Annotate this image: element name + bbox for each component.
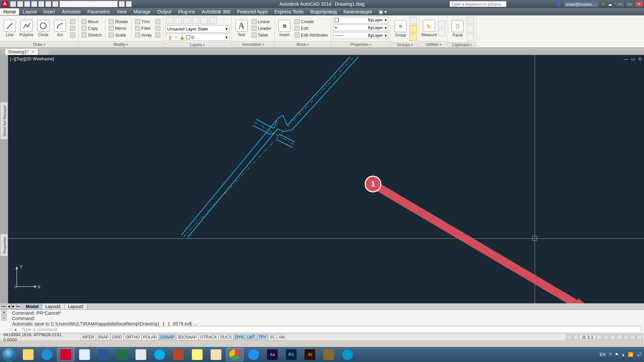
status-ducs[interactable]: DUCS xyxy=(219,334,233,340)
layer-state-dropdown[interactable]: Unsaved Layer State▾ xyxy=(166,25,229,33)
sheet-set-manager-tab[interactable]: Sheet Set Manager xyxy=(0,102,8,140)
layout-tab-layout1[interactable]: Layout1 xyxy=(42,304,65,309)
cut-icon[interactable] xyxy=(467,17,474,24)
start-button[interactable] xyxy=(0,347,19,362)
task-explorer[interactable] xyxy=(19,348,37,361)
tab-канализация[interactable]: Канализация xyxy=(340,8,375,15)
status-sc[interactable]: SC xyxy=(268,334,277,340)
layout-prev-icon[interactable]: ◀ xyxy=(6,304,11,309)
qat-redo-icon[interactable] xyxy=(52,1,58,7)
qat-extra-icon[interactable] xyxy=(119,1,125,7)
matchprop-icon[interactable] xyxy=(467,34,474,41)
lock-ui-icon[interactable] xyxy=(616,335,623,340)
trim-button[interactable]: Trim xyxy=(134,19,153,24)
layer-freeze-icon[interactable] xyxy=(192,17,199,24)
arc-button[interactable]: Arc xyxy=(52,17,68,40)
panel-utilities-title[interactable]: Utilities xyxy=(419,41,447,47)
layout-tab-layout2[interactable]: Layout2 xyxy=(65,304,87,309)
close-button[interactable]: ✕ xyxy=(635,1,643,7)
status-3dosnap[interactable]: 3DOSNAP xyxy=(176,334,199,340)
table-button[interactable]: Table xyxy=(251,32,272,38)
model-paper-icon[interactable] xyxy=(566,335,572,340)
stretch-button[interactable]: Stretch xyxy=(80,32,103,38)
task-chrome[interactable] xyxy=(226,348,244,361)
task-aftereffects[interactable]: Ae xyxy=(264,348,281,361)
measure-button[interactable]: 📐Measure xyxy=(421,17,437,40)
insert-button[interactable]: ▦Insert xyxy=(277,17,292,40)
anno-vis-icon[interactable] xyxy=(596,335,602,340)
util-extra1-icon[interactable] xyxy=(438,20,445,28)
task-word[interactable] xyxy=(95,348,112,361)
tab-express-tools[interactable]: Express Tools xyxy=(271,8,307,15)
tab-водопровод[interactable]: Водопровод xyxy=(307,8,340,15)
leader-button[interactable]: Leader xyxy=(251,25,272,31)
status-polar[interactable]: POLAR xyxy=(142,334,159,340)
qat-save-icon[interactable] xyxy=(24,1,30,7)
tray-volume-icon[interactable]: 🔊 xyxy=(637,352,642,357)
qat-saveas-icon[interactable] xyxy=(31,1,37,7)
layout-next-icon[interactable]: ▶ xyxy=(11,304,16,309)
layer-lock-icon[interactable] xyxy=(201,17,208,24)
drawing-canvas[interactable]: [‒][Top][2D Wireframe] — ▭ ✕ Y X xyxy=(8,55,644,303)
layout-last-icon[interactable]: ⏭ xyxy=(16,304,21,309)
tab-featured-apps[interactable]: Featured Apps xyxy=(234,8,271,15)
tray-help-icon[interactable]: ? xyxy=(609,352,611,357)
move-button[interactable]: Move xyxy=(80,19,103,24)
layout-first-icon[interactable]: ⏮ xyxy=(1,304,6,309)
qat-new-icon[interactable] xyxy=(10,1,16,7)
qat-open-icon[interactable] xyxy=(17,1,23,7)
status-tpy[interactable]: TPY xyxy=(257,334,268,340)
erase-icon[interactable] xyxy=(154,19,161,24)
workspace-selector[interactable]: ⚙ Drafting & Annotation ▾ xyxy=(59,1,118,7)
panel-properties-title[interactable]: Properties xyxy=(331,41,390,47)
hardware-accel-icon[interactable] xyxy=(623,335,629,340)
prop-color-dropdown[interactable]: ByLayer▾ xyxy=(333,17,388,23)
draw-extra1[interactable] xyxy=(69,19,76,24)
tab-view[interactable]: View xyxy=(113,8,130,15)
line-button[interactable]: Line xyxy=(2,17,17,40)
new-tab-button[interactable] xyxy=(40,49,49,55)
command-input[interactable]: ▸_ Type a command xyxy=(12,326,641,333)
copy-button[interactable]: Copy xyxy=(80,25,103,31)
tray-up-icon[interactable]: ▴ xyxy=(622,352,625,357)
tab-output[interactable]: Output xyxy=(154,8,175,15)
document-tab[interactable]: Drawing1* ✕ xyxy=(5,48,38,55)
panel-annotation-title[interactable]: Annotation xyxy=(232,41,274,47)
util-extra2-icon[interactable] xyxy=(438,29,445,36)
group-select-icon[interactable] xyxy=(410,25,417,33)
block-edit-button[interactable]: Edit xyxy=(293,25,329,31)
anno-scale-button[interactable]: ⚖ 1:1 xyxy=(580,334,596,340)
task-ie[interactable] xyxy=(245,348,262,361)
explode-icon[interactable] xyxy=(154,25,161,31)
tab-manage[interactable]: Manage xyxy=(130,8,154,15)
close-icon[interactable]: ✕ xyxy=(31,50,35,54)
exchange-icon[interactable]: ✕ xyxy=(601,2,605,7)
scale-button[interactable]: Scale xyxy=(108,32,129,38)
mirror-button[interactable]: Mirror xyxy=(108,25,129,31)
task-publisher[interactable] xyxy=(170,348,187,361)
status-grid[interactable]: GRID xyxy=(110,334,124,340)
task-stickynotes[interactable] xyxy=(189,348,206,361)
panel-draw-title[interactable]: Draw xyxy=(0,41,78,47)
status-infer[interactable]: INFER xyxy=(80,334,96,340)
workspace-switch-icon[interactable] xyxy=(610,335,616,340)
layer-current-dropdown[interactable]: 💡☀🔓0▾ xyxy=(166,34,229,41)
task-excel[interactable] xyxy=(113,348,131,361)
draw-extra3[interactable] xyxy=(69,32,76,38)
block-editattr-button[interactable]: Edit Attributes xyxy=(293,32,329,38)
group-button[interactable]: ⧉Group xyxy=(393,17,408,40)
offset-icon[interactable] xyxy=(154,32,161,38)
status-dyn[interactable]: DYN xyxy=(233,334,245,340)
text-button[interactable]: AText xyxy=(234,17,249,40)
task-calc[interactable] xyxy=(132,348,150,361)
panel-clipboard-title[interactable]: Clipboard xyxy=(448,42,476,47)
qat-dropdown-icon[interactable] xyxy=(126,1,132,7)
search-input[interactable] xyxy=(449,1,506,7)
maximize-button[interactable]: ▭ xyxy=(625,1,634,7)
status-osnap[interactable]: OSNAP xyxy=(159,334,176,340)
task-illustrator[interactable]: Ai xyxy=(301,348,319,361)
tab-annotate[interactable]: Annotate xyxy=(58,8,84,15)
tab-home[interactable]: Home xyxy=(0,8,19,15)
tab-layout[interactable]: Layout xyxy=(19,8,40,15)
task-wmp[interactable] xyxy=(38,348,56,361)
